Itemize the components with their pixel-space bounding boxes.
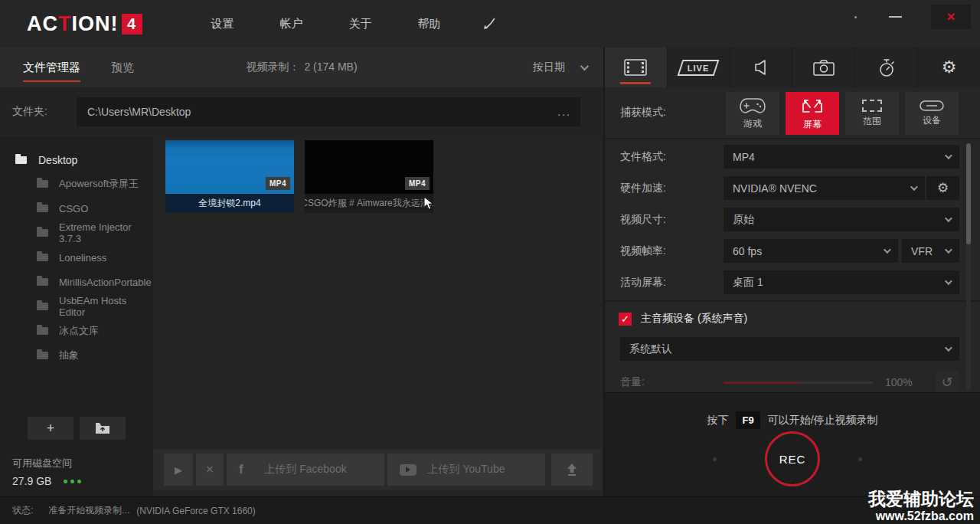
chevron-down-icon: [945, 277, 952, 285]
volume-slider[interactable]: [724, 382, 873, 384]
format-badge: MP4: [266, 177, 290, 190]
mode-game-button[interactable]: 游戏: [726, 92, 779, 135]
tab-preview[interactable]: 预览: [111, 61, 134, 75]
speaker-icon: [752, 58, 770, 77]
tree-item[interactable]: Extreme Injector 3.7.3: [0, 221, 153, 245]
tree-item-desktop[interactable]: Desktop: [0, 149, 153, 172]
close-button[interactable]: ×: [931, 5, 971, 29]
tree-item[interactable]: Loneliness: [0, 245, 153, 270]
menu-settings[interactable]: 设置: [201, 9, 245, 39]
primary-audio-toggle[interactable]: ✓ 主音频设备 (系统声音): [605, 312, 980, 326]
checkbox-checked-icon[interactable]: ✓: [619, 313, 632, 326]
tab-file-manager[interactable]: 文件管理器: [23, 61, 80, 75]
chevron-down-icon: [910, 183, 918, 191]
tab-video-capture[interactable]: [605, 47, 668, 87]
rec-side-dot-icon: [713, 457, 717, 461]
play-button[interactable]: ▶: [164, 454, 193, 486]
watermark-line2: www.52fzba.com: [868, 509, 974, 523]
chevron-down-icon: [945, 344, 952, 352]
mode-device-button[interactable]: 设备: [905, 92, 959, 135]
rec-side-dot-icon: [858, 457, 862, 461]
hw-accel-settings-button[interactable]: ⚙: [926, 176, 959, 200]
file-manager-body: Desktop Apowersoft录屏王 CSGO Extreme Injec…: [0, 136, 602, 496]
status-text: 准备开始视频录制...: [48, 504, 129, 517]
upload-icon: [566, 463, 578, 477]
recordings-area: MP4 全境封锁2.mp4 MP4 CSGO炸服 # Aimware我永远滴..…: [153, 136, 602, 496]
capture-settings-panel: LIVE ⚙ 捕获模式:: [605, 47, 980, 496]
framerate-mode-dropdown[interactable]: VFR: [902, 239, 959, 263]
minimize-button[interactable]: [889, 16, 902, 18]
tree-item[interactable]: CSGO: [0, 196, 153, 221]
folder-path-input[interactable]: C:\Users\MR\Desktop ...: [77, 97, 580, 126]
volume-reset-button[interactable]: ↺: [936, 371, 959, 394]
hw-accel-dropdown[interactable]: NVIDIA® NVENC: [724, 176, 925, 200]
menu-account[interactable]: 帐户: [270, 9, 314, 39]
main-menu: 设置 帐户 关于 帮助: [188, 9, 464, 39]
mouse-cursor-icon: [423, 196, 435, 211]
format-badge: MP4: [405, 177, 430, 190]
tab-screenshots[interactable]: [792, 47, 855, 87]
watermark: 我爱辅助论坛 www.52fzba.com: [868, 489, 974, 523]
file-format-row: 文件格式: MP4: [605, 141, 980, 172]
gamepad-icon: [740, 97, 766, 114]
audio-section: ✓ 主音频设备 (系统声音) 系统默认 音量: 100% ↺: [605, 300, 980, 394]
video-size-dropdown[interactable]: 原始: [724, 208, 959, 231]
folder-icon: [37, 180, 48, 188]
tree-item[interactable]: 抽象: [0, 343, 153, 368]
sort-by-dropdown[interactable]: 按日期: [533, 61, 586, 74]
export-button[interactable]: [551, 454, 593, 486]
browse-folder-button[interactable]: ...: [557, 106, 571, 118]
settings-rows: 文件格式: MP4 硬件加速: NVIDIA® NVENC ⚙ 视频尺寸:: [605, 141, 980, 298]
tree-actions: +: [28, 417, 126, 440]
live-icon: LIVE: [678, 60, 720, 76]
window-dot-icon: [854, 16, 857, 18]
tree-item[interactable]: MirillisActionPortable: [0, 270, 153, 294]
folder-icon: [37, 254, 48, 261]
upload-youtube-button[interactable]: 上传到 YouTube: [387, 454, 545, 486]
menu-help[interactable]: 帮助: [407, 9, 452, 39]
facebook-icon: f: [239, 462, 243, 477]
screen-expand-icon: [801, 97, 824, 115]
window-controls: ×: [854, 0, 980, 34]
mode-screen-button[interactable]: 屏幕: [786, 92, 839, 135]
chevron-down-icon: [884, 246, 891, 254]
folder-icon: [37, 278, 48, 286]
delete-button[interactable]: ×: [196, 454, 224, 486]
scrollbar-thumb[interactable]: [966, 143, 971, 244]
tab-live-streaming[interactable]: LIVE: [668, 47, 730, 87]
tree-item[interactable]: Apowersoft录屏王: [0, 172, 153, 196]
folder-tree: Desktop Apowersoft录屏王 CSGO Extreme Injec…: [0, 136, 153, 496]
mode-region-button[interactable]: 范围: [845, 92, 899, 135]
import-button[interactable]: [80, 417, 126, 440]
folder-icon: [37, 303, 48, 310]
audio-device-dropdown[interactable]: 系统默认: [620, 337, 959, 361]
upload-facebook-button[interactable]: f 上传到 Facebook: [227, 454, 384, 486]
hotkey-hint: 按下 F9 可以开始/停止视频录制: [605, 411, 980, 429]
chevron-down-icon: [945, 215, 952, 222]
folder-icon: [37, 327, 48, 335]
active-screen-dropdown[interactable]: 桌面 1: [724, 270, 959, 294]
tab-audio-recording[interactable]: [730, 47, 793, 87]
app-logo: ACTION! 4: [27, 14, 142, 34]
disk-status-dots-icon: [64, 480, 81, 483]
tab-settings[interactable]: ⚙: [918, 47, 980, 87]
video-thumbnail[interactable]: MP4 全境封锁2.mp4: [165, 140, 294, 213]
add-folder-button[interactable]: +: [28, 417, 74, 440]
file-manager-panel: 文件管理器 预览 视频录制：2 (174 MB) 按日期 文件夹: C:\Use…: [0, 47, 605, 496]
pen-tool-button[interactable]: [481, 15, 498, 32]
pen-icon: [481, 15, 498, 32]
tab-benchmark-timer[interactable]: [855, 47, 918, 87]
disk-space-value: 27.9 GB: [12, 475, 51, 487]
video-thumbnail[interactable]: MP4 CSGO炸服 # Aimware我永远滴...: [305, 140, 433, 213]
framerate-dropdown[interactable]: 60 fps: [724, 239, 898, 263]
tree-item[interactable]: 冰点文库: [0, 319, 153, 343]
file-format-dropdown[interactable]: MP4: [724, 145, 959, 169]
folder-icon: [15, 156, 27, 164]
gear-icon: ⚙: [937, 182, 949, 195]
tree-item[interactable]: UsbEAm Hosts Editor: [0, 294, 153, 319]
menu-about[interactable]: 关于: [338, 9, 383, 39]
record-button[interactable]: REC: [765, 431, 820, 486]
chevron-down-icon: [945, 246, 952, 254]
logo-text: AC: [27, 14, 58, 34]
recordings-toolbar: ▶ × f 上传到 Facebook 上传到 YouTube: [153, 449, 602, 490]
